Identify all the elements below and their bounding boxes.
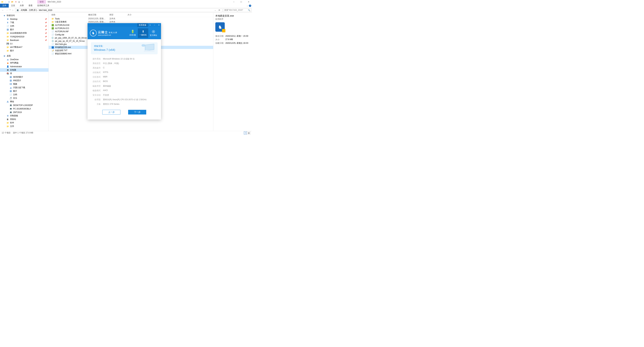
tree-item[interactable]: 🖼本机照片 bbox=[0, 79, 48, 82]
tab-home[interactable]: 主页 bbox=[9, 4, 18, 7]
tab-file[interactable]: 文件 bbox=[0, 4, 9, 7]
help-icon[interactable]: ? bbox=[249, 4, 251, 7]
tree-item[interactable]: 📁文件 bbox=[0, 125, 48, 128]
col-name[interactable]: 名称 bbox=[49, 13, 87, 17]
tree-item[interactable]: 💾G:\ bbox=[0, 42, 48, 45]
tree-item[interactable]: 🗑回收站 bbox=[0, 117, 48, 121]
breadcrumb-dropdown-icon[interactable]: ⌄ bbox=[214, 9, 217, 11]
tree-item[interactable]: 💻DESKTOP-LSSOEDP bbox=[0, 103, 48, 107]
details-filetype: 应用程序 bbox=[215, 18, 250, 21]
tab-app-tools[interactable]: 应用程序工具 bbox=[35, 4, 52, 7]
tree-item[interactable]: 📁软件 bbox=[0, 121, 48, 125]
tree-item[interactable]: ◆WPS网盘 bbox=[0, 61, 48, 65]
tree-item[interactable]: 🖧网络 bbox=[0, 100, 48, 103]
detail-row: 大小:27.6 MB bbox=[215, 38, 250, 41]
tree-item[interactable]: ⬇下载📌 bbox=[0, 21, 48, 24]
spec-row: 安全启动不支持 bbox=[91, 93, 157, 97]
tree-desktop[interactable]: 🖥桌面 bbox=[0, 54, 48, 58]
checkbox-icon[interactable]: ☑ bbox=[8, 0, 10, 3]
breadcrumb-item[interactable]: 文档 (E:) bbox=[29, 9, 37, 11]
tree-item[interactable]: 📁win7重装win7 bbox=[0, 45, 48, 49]
up-button[interactable]: ↑ bbox=[12, 9, 14, 11]
chevron-right-icon[interactable]: › bbox=[20, 9, 20, 11]
tree-item[interactable]: 🖼图片📌 bbox=[0, 28, 48, 31]
tree-item[interactable]: 🖼保存的图片 bbox=[0, 75, 48, 79]
tree-item[interactable]: 📁YUNQISHI2019📌 bbox=[0, 35, 48, 38]
tree-item[interactable]: ☁OneDrive bbox=[0, 58, 48, 61]
tab-view[interactable]: 查看 bbox=[26, 4, 35, 7]
yqs-menu-button[interactable]: ≡ bbox=[148, 23, 152, 27]
breadcrumb-item[interactable]: Win7x64_2020 bbox=[39, 9, 52, 11]
view-details-icon[interactable]: ≡ bbox=[244, 131, 247, 134]
col-type[interactable]: 类型 bbox=[108, 13, 126, 17]
yqs-prev-button[interactable]: 上一步 bbox=[102, 110, 120, 114]
tree-item-this-pc[interactable]: 💻此电脑 bbox=[0, 68, 48, 72]
tree-item[interactable]: 👤Administrator bbox=[0, 65, 48, 68]
col-date[interactable]: 修改日期 bbox=[87, 13, 108, 17]
tree-item[interactable]: 📁图片 bbox=[0, 49, 48, 52]
pc-icon: 💻 bbox=[6, 69, 9, 71]
tree-item[interactable]: 📄文档📌 bbox=[0, 24, 48, 28]
file-row[interactable]: 📁Tools2020/12/25, 星期五 1...文件夹 bbox=[49, 17, 213, 20]
delete-icon[interactable]: ✕ bbox=[14, 0, 17, 3]
yqs-tab-web[interactable]: ⓔ官方网址 bbox=[148, 28, 159, 38]
yqs-header: ♞ 云骑士装机大师 www.yunqishi.net 🔋启动U盘 ⬇一键装机 ⓔ… bbox=[88, 27, 161, 39]
tree-item[interactable]: ☁天翼云盘下载 bbox=[0, 86, 48, 89]
view-large-icon[interactable]: ▦ bbox=[247, 131, 250, 134]
context-tab-manage[interactable]: 管理 bbox=[37, 0, 46, 4]
yqs-tab-usb[interactable]: 🔋启动U盘 bbox=[128, 28, 138, 38]
file-type: 文件夹 bbox=[108, 17, 126, 20]
tree-item[interactable]: 🖥Desktop📌 bbox=[0, 17, 48, 21]
tree-item[interactable]: 💻ZMT2019 bbox=[0, 110, 48, 114]
desktop-icon: 🖥 bbox=[3, 55, 6, 57]
minimize-button[interactable]: ─ bbox=[230, 0, 238, 4]
recent-dropdown-icon[interactable]: ▾ bbox=[10, 9, 10, 11]
yqs-contact-button[interactable]: 联系客服 bbox=[137, 23, 148, 27]
video-icon: 🎞 bbox=[10, 83, 12, 85]
tree-item[interactable]: 📁Bandicam📌 bbox=[0, 38, 48, 42]
detail-key: 大小: bbox=[215, 38, 224, 41]
yqs-logo: ♞ 云骑士装机大师 www.yunqishi.net bbox=[90, 30, 118, 36]
yqs-next-button[interactable]: 下一步 bbox=[128, 110, 146, 114]
spec-row: 主板英特尔 X79 Series bbox=[91, 102, 157, 106]
tree-item[interactable]: ⚙控制面板 bbox=[0, 114, 48, 117]
yqs-close-button[interactable]: ✕ bbox=[157, 23, 161, 27]
document-icon: 📄 bbox=[10, 93, 12, 96]
properties-icon[interactable]: ◉ bbox=[18, 0, 20, 3]
ribbon-expand-icon[interactable]: ⌄ bbox=[246, 5, 248, 6]
cloud-icon: ☁ bbox=[6, 58, 9, 61]
spec-row: 系统盘符C: bbox=[91, 66, 157, 70]
forward-button[interactable]: → bbox=[6, 9, 8, 11]
tree-item[interactable]: 📚库 bbox=[0, 72, 48, 75]
tree-item[interactable]: 🎵音乐 bbox=[0, 96, 48, 100]
refresh-icon[interactable]: ⟳ bbox=[218, 9, 221, 11]
spec-row: 磁盘模式AHCI bbox=[91, 88, 157, 93]
tree-item[interactable]: 🖼图片 bbox=[0, 89, 48, 93]
pin-icon: 📌 bbox=[45, 39, 47, 41]
tree-item[interactable]: 📁excel表格制作求和📌 bbox=[0, 31, 48, 35]
search-icon[interactable]: 🔍 bbox=[248, 9, 250, 11]
chevron-right-icon[interactable]: › bbox=[38, 9, 38, 11]
breadcrumb[interactable]: 💻 › 此电脑 › 文档 (E:) › Win7x64_2020 ⌄ ⟳ bbox=[15, 8, 222, 12]
qat-dropdown-icon[interactable]: ▾ bbox=[21, 0, 24, 3]
ribbon-right: ⌄ ? bbox=[246, 4, 252, 7]
yqs-minimize-button[interactable]: ─ bbox=[152, 23, 157, 27]
back-button[interactable]: ← bbox=[2, 9, 4, 11]
maximize-button[interactable]: ☐ bbox=[238, 0, 245, 4]
tree-item[interactable]: 📄文档 bbox=[0, 93, 48, 96]
breadcrumb-item[interactable]: 此电脑 bbox=[21, 9, 27, 11]
pc-icon: 💻 bbox=[16, 9, 19, 11]
close-button[interactable]: ✕ bbox=[245, 0, 252, 4]
col-size[interactable]: 大小 bbox=[126, 13, 140, 17]
search-input[interactable]: 搜索"Win7x64_2020" 🔍 bbox=[223, 8, 252, 12]
chevron-right-icon[interactable]: › bbox=[28, 9, 28, 11]
tree-quick-access[interactable]: ★快速访问 bbox=[0, 14, 48, 17]
yqs-tab-install[interactable]: ⬇一键装机 bbox=[138, 28, 148, 38]
tree-item[interactable]: 🎞视频 bbox=[0, 82, 48, 86]
tree-item[interactable]: 💻PC-20190530OBLA bbox=[0, 107, 48, 110]
tab-share[interactable]: 共享 bbox=[18, 4, 26, 7]
column-headers: 名称 修改日期 类型 大小 bbox=[49, 13, 213, 17]
folder-icon[interactable]: 📁 bbox=[1, 0, 4, 3]
folder-icon: 📁 bbox=[6, 121, 9, 124]
folder-open-icon[interactable]: 📂 bbox=[11, 0, 14, 3]
